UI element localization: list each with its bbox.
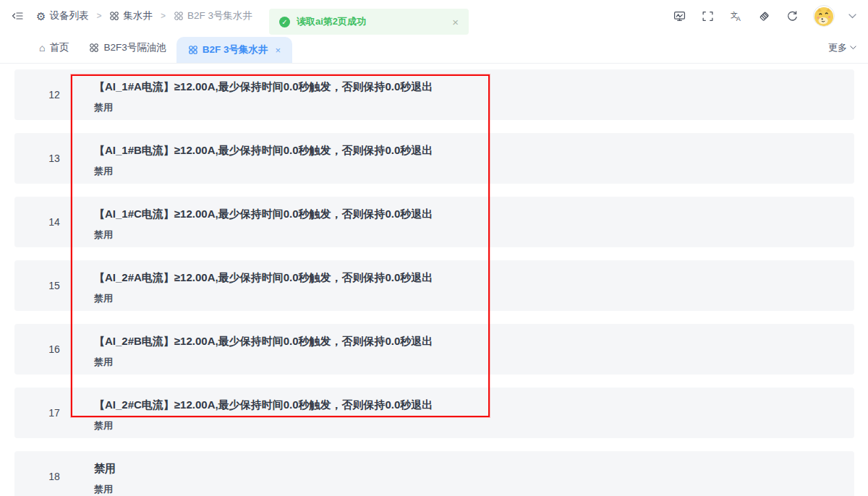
svg-text:A: A bbox=[736, 15, 740, 22]
rule-text: 【AI_1#B电流】≥12.00A,最少保持时间0.0秒触发，否则保持0.0秒退… bbox=[94, 142, 433, 158]
row-index: 17 bbox=[14, 388, 94, 438]
rule-text: 【AI_2#B电流】≥12.00A,最少保持时间0.0秒触发，否则保持0.0秒退… bbox=[94, 333, 433, 349]
grid-icon bbox=[188, 45, 198, 55]
row-index: 16 bbox=[14, 324, 94, 375]
fullscreen-icon[interactable] bbox=[700, 9, 715, 23]
tabs-more-button[interactable]: 更多 bbox=[828, 32, 856, 63]
row-body: 【AI_1#B电流】≥12.00A,最少保持时间0.0秒触发，否则保持0.0秒退… bbox=[94, 133, 433, 184]
grid-icon bbox=[89, 43, 99, 53]
tab-sump-b2f3[interactable]: B2F 3号集水井 × bbox=[176, 37, 292, 63]
row-index: 15 bbox=[14, 260, 94, 311]
success-check-icon: ✓ bbox=[279, 17, 290, 27]
translate-icon[interactable]: 文 A bbox=[728, 9, 743, 23]
grid-icon bbox=[174, 11, 184, 21]
row-index: 14 bbox=[14, 197, 94, 247]
table-row[interactable]: 18 禁用 禁用 bbox=[14, 451, 854, 496]
rule-status: 禁用 bbox=[94, 165, 433, 178]
rule-status: 禁用 bbox=[94, 292, 433, 305]
table-row[interactable]: 16 【AI_2#B电流】≥12.00A,最少保持时间0.0秒触发，否则保持0.… bbox=[14, 324, 854, 375]
row-body: 【AI_1#C电流】≥12.00A,最少保持时间0.0秒触发，否则保持0.0秒退… bbox=[94, 197, 433, 247]
breadcrumb-separator: > bbox=[96, 11, 101, 21]
gear-icon: ⚙ bbox=[36, 11, 46, 22]
breadcrumb-sump[interactable]: 集水井 bbox=[109, 9, 153, 22]
rule-list-panel: 12 【AI_1#A电流】≥12.00A,最少保持时间0.0秒触发，否则保持0.… bbox=[0, 64, 868, 496]
row-body: 【AI_2#C电流】≥12.00A,最少保持时间0.0秒触发，否则保持0.0秒退… bbox=[94, 388, 433, 438]
row-index: 13 bbox=[14, 133, 94, 184]
chevron-down-icon bbox=[850, 46, 856, 50]
rule-text: 【AI_1#A电流】≥12.00A,最少保持时间0.0秒触发，否则保持0.0秒退… bbox=[94, 79, 433, 95]
home-icon: ⌂ bbox=[39, 43, 45, 53]
grid-icon bbox=[109, 11, 119, 21]
tab-label: B2F3号隔油池 bbox=[103, 41, 166, 54]
toast-close-icon[interactable]: × bbox=[452, 16, 459, 28]
user-avatar[interactable] bbox=[813, 5, 835, 27]
success-toast: ✓ 读取ai第2页成功 × bbox=[269, 9, 469, 35]
sidebar-collapse-icon[interactable] bbox=[12, 10, 23, 22]
breadcrumb-current-device: B2F 3号集水井 bbox=[174, 9, 252, 22]
breadcrumb-label: B2F 3号集水井 bbox=[187, 9, 252, 22]
breadcrumb-device-list[interactable]: ⚙ 设备列表 bbox=[36, 9, 88, 22]
breadcrumb-label: 集水井 bbox=[123, 9, 153, 22]
tab-grease-trap[interactable]: B2F3号隔油池 bbox=[79, 32, 176, 63]
header-actions: 文 A bbox=[672, 5, 856, 27]
table-row[interactable]: 13 【AI_1#B电流】≥12.00A,最少保持时间0.0秒触发，否则保持0.… bbox=[14, 133, 854, 184]
rule-status: 禁用 bbox=[94, 419, 433, 432]
row-body: 【AI_2#B电流】≥12.00A,最少保持时间0.0秒触发，否则保持0.0秒退… bbox=[94, 324, 433, 375]
rule-status: 禁用 bbox=[94, 228, 433, 241]
rule-text: 【AI_2#A电流】≥12.00A,最少保持时间0.0秒触发，否则保持0.0秒退… bbox=[94, 270, 433, 286]
tab-home[interactable]: ⌂ 首页 bbox=[29, 32, 79, 63]
user-menu-chevron-down-icon[interactable] bbox=[848, 14, 856, 19]
toast-message: 读取ai第2页成功 bbox=[297, 15, 366, 28]
table-row[interactable]: 14 【AI_1#C电流】≥12.00A,最少保持时间0.0秒触发，否则保持0.… bbox=[14, 197, 854, 247]
row-index: 12 bbox=[14, 69, 94, 120]
rule-status: 禁用 bbox=[94, 356, 433, 369]
rule-list: 12 【AI_1#A电流】≥12.00A,最少保持时间0.0秒触发，否则保持0.… bbox=[14, 69, 854, 496]
table-row[interactable]: 15 【AI_2#A电流】≥12.00A,最少保持时间0.0秒触发，否则保持0.… bbox=[14, 260, 854, 311]
row-body: 【AI_2#A电流】≥12.00A,最少保持时间0.0秒触发，否则保持0.0秒退… bbox=[94, 260, 433, 311]
tab-label: B2F 3号集水井 bbox=[203, 43, 268, 56]
breadcrumb: ⚙ 设备列表 > 集水井 > B2F 3号集水井 bbox=[12, 9, 252, 22]
rule-text: 【AI_2#C电流】≥12.00A,最少保持时间0.0秒触发，否则保持0.0秒退… bbox=[94, 397, 433, 413]
top-header: ⚙ 设备列表 > 集水井 > B2F 3号集水井 bbox=[0, 0, 868, 32]
tab-close-icon[interactable]: × bbox=[276, 45, 281, 56]
breadcrumb-label: 设备列表 bbox=[49, 9, 88, 22]
table-row[interactable]: 12 【AI_1#A电流】≥12.00A,最少保持时间0.0秒触发，否则保持0.… bbox=[14, 69, 854, 120]
rule-text: 禁用 bbox=[94, 461, 116, 476]
more-label: 更多 bbox=[828, 41, 847, 54]
tab-label: 首页 bbox=[49, 41, 69, 54]
row-body: 禁用 禁用 bbox=[94, 451, 116, 496]
breadcrumb-separator: > bbox=[161, 11, 166, 21]
theme-skin-icon[interactable] bbox=[757, 9, 771, 23]
table-row[interactable]: 17 【AI_2#C电流】≥12.00A,最少保持时间0.0秒触发，否则保持0.… bbox=[14, 388, 854, 438]
row-index: 18 bbox=[14, 451, 94, 496]
row-body: 【AI_1#A电流】≥12.00A,最少保持时间0.0秒触发，否则保持0.0秒退… bbox=[94, 69, 433, 120]
rule-status: 禁用 bbox=[94, 101, 433, 114]
rule-status: 禁用 bbox=[94, 483, 116, 496]
monitor-chart-icon[interactable] bbox=[672, 9, 686, 23]
refresh-icon[interactable] bbox=[785, 9, 799, 23]
tab-bar: ⌂ 首页 B2F3号隔油池 B2F 3号集水井 × 更多 bbox=[0, 32, 868, 64]
rule-text: 【AI_1#C电流】≥12.00A,最少保持时间0.0秒触发，否则保持0.0秒退… bbox=[94, 206, 433, 222]
